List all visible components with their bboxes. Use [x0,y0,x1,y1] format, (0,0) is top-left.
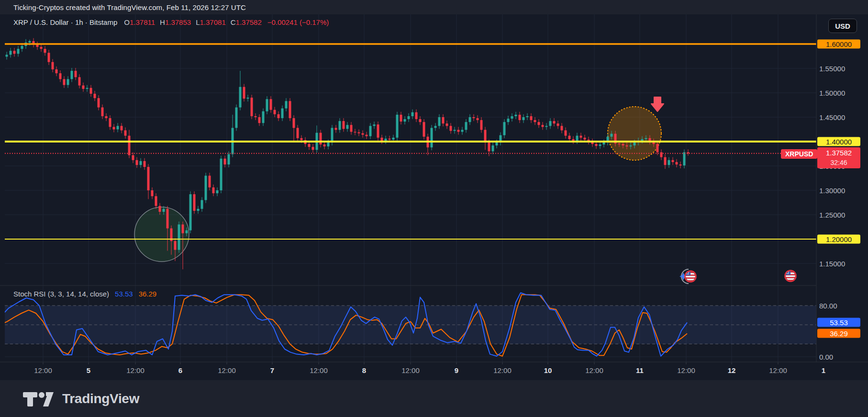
chart-canvas[interactable] [0,0,868,417]
stoch-d-value: 36.29 [139,290,157,298]
down-arrow-marker[interactable] [651,97,664,111]
price-line-symbol-tag: XRPUSD [781,149,817,159]
ohlc-token: O1.37811 [124,18,155,26]
price-axis-label: 1.15000 [819,260,860,268]
bar-countdown: 32:46 [830,159,847,166]
economic-event-flag-icon[interactable] [679,269,696,284]
price-axis-label: 1.55000 [819,65,860,73]
time-axis-label: 12:00 [769,366,787,374]
tradingview-logo-icon[interactable] [22,390,59,407]
time-axis-label: 1 [822,366,825,374]
time-axis-label: 12:00 [310,366,328,374]
price-axis-label: 1.25000 [819,211,860,219]
time-axis-label: 7 [270,366,274,374]
stoch-rsi-legend: Stoch RSI (3, 3, 14, 14, close)53.5336.2… [13,290,156,298]
time-axis-label: 12:00 [585,366,603,374]
change-value: −0.00241 (−0.17%) [267,18,329,26]
price-axis-label: 1.30000 [819,187,860,195]
currency-toggle-button[interactable]: USD [828,19,857,33]
last-price-chip: 1.3758232:46 [817,147,860,168]
stoch-d-chip: 36.29 [817,329,860,338]
tradingview-published-chart: Ticking-Cryptos created with TradingView… [0,0,868,417]
time-axis-label: 12:00 [34,366,52,374]
ohlc-token: C1.37582 [231,18,262,26]
green-highlight-ellipse[interactable] [134,207,189,262]
time-axis-label: 6 [178,366,182,374]
time-axis-label: 11 [636,366,644,374]
level-price-chip: 1.20000 [817,235,860,244]
stoch-axis-label: 0.00 [819,353,860,361]
time-axis-label: 10 [544,366,552,374]
stoch-k-value: 53.53 [115,290,133,298]
time-axis-label: 5 [87,366,90,374]
time-axis-label: 9 [455,366,458,374]
level-price-chip: 1.40000 [817,137,860,146]
time-axis-label: 12:00 [218,366,236,374]
symbol-legend: XRP / U.S. Dollar · 1h · BitstampO1.3781… [13,18,329,26]
stoch-rsi-title: Stoch RSI (3, 3, 14, 14, close) [13,290,109,298]
economic-event-flag-icon[interactable] [785,271,796,282]
footer-bar: TradingView [0,380,868,417]
ohlc-values: O1.37811H1.37853L1.37081C1.37582 [124,18,267,26]
orange-highlight-ellipse[interactable] [608,107,661,160]
time-axis-label: 8 [362,366,366,374]
time-axis-label: 12 [728,366,736,374]
price-axis-label: 1.50000 [819,89,860,97]
stoch-k-chip: 53.53 [817,318,860,327]
price-axis-label: 1.45000 [819,113,860,121]
level-price-chip: 1.60000 [817,40,860,49]
symbol-title: XRP / U.S. Dollar · 1h · Bitstamp [13,18,117,26]
tradingview-wordmark[interactable]: TradingView [62,391,139,406]
time-axis-label: 12:00 [401,366,420,374]
stoch-axis-label: 80.00 [819,302,860,310]
time-axis-label: 12:00 [126,366,145,374]
time-axis-label: 12:00 [493,366,512,374]
time-axis-label: 12:00 [677,366,695,374]
ohlc-token: H1.37853 [160,18,191,26]
ohlc-token: L1.37081 [196,18,226,26]
